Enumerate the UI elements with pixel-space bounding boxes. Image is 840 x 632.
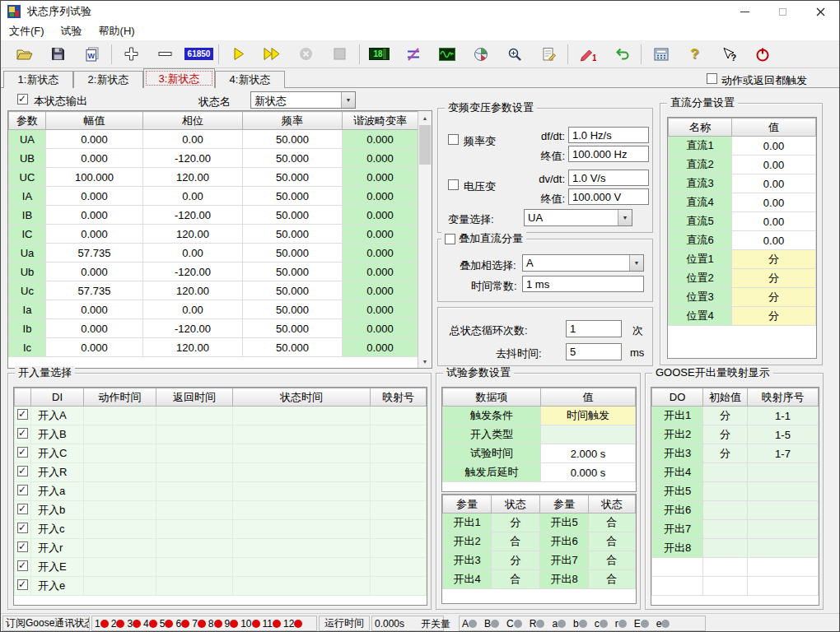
remove-state-button[interactable] xyxy=(148,43,182,66)
vertical-scrollbar[interactable]: ▲ ▼ xyxy=(418,111,432,368)
scrollbar-thumb[interactable] xyxy=(419,125,431,165)
waveform-button[interactable] xyxy=(430,43,464,66)
value-cell[interactable]: -120.00 xyxy=(143,206,243,225)
value-cell[interactable]: 0.000 xyxy=(46,130,143,149)
report-button[interactable] xyxy=(531,43,565,66)
di-checkbox[interactable] xyxy=(17,504,28,514)
context-help-button[interactable]: ? xyxy=(712,43,745,66)
open-button[interactable] xyxy=(7,43,41,66)
fast-run-button[interactable] xyxy=(255,43,289,66)
value-cell[interactable]: 0.000 xyxy=(46,300,143,319)
value-cell[interactable]: 0.000 xyxy=(46,319,143,338)
help-button[interactable]: ? xyxy=(678,43,712,66)
di-checkbox[interactable] xyxy=(17,428,28,439)
do-state-cell[interactable]: 合 xyxy=(492,570,540,589)
superpose-phase-combobox[interactable]: A ▼ xyxy=(522,254,644,272)
dc-value-cell[interactable]: 0.00 xyxy=(732,137,816,156)
di-checkbox[interactable] xyxy=(17,523,28,533)
dc-value-cell[interactable]: 0.00 xyxy=(732,231,816,250)
di-checkbox[interactable] xyxy=(17,560,28,571)
trigger-condition-value[interactable]: 时间触发 xyxy=(541,407,636,425)
harmonic-button[interactable] xyxy=(464,43,497,66)
value-cell[interactable]: 0.000 xyxy=(343,300,418,319)
position-value-cell[interactable]: 分 xyxy=(732,250,816,269)
dc-value-cell[interactable]: 0.00 xyxy=(732,174,816,193)
undo-button[interactable] xyxy=(604,43,638,66)
iec61850-button[interactable]: 61850 xyxy=(182,43,216,66)
value-cell[interactable]: 0.00 xyxy=(143,244,243,263)
value-cell[interactable]: 0.000 xyxy=(46,225,143,244)
dc-value-cell[interactable]: 0.00 xyxy=(732,212,816,231)
di-type-value[interactable] xyxy=(541,425,636,444)
value-cell[interactable]: 120.00 xyxy=(143,281,243,300)
value-cell[interactable]: -120.00 xyxy=(143,263,243,281)
value-cell[interactable]: 50.000 xyxy=(243,263,343,281)
do-state-cell[interactable]: 合 xyxy=(589,551,636,570)
chevron-down-icon[interactable]: ▼ xyxy=(618,210,632,225)
menu-test[interactable]: 试验 xyxy=(53,22,91,40)
di-checkbox[interactable] xyxy=(17,485,28,495)
variable-select-combobox[interactable]: UA ▼ xyxy=(524,209,632,226)
di-checkbox[interactable] xyxy=(17,447,28,458)
volt-change-checkbox[interactable] xyxy=(448,179,459,190)
value-cell[interactable]: 0.000 xyxy=(343,130,418,149)
trigger-on-both-checkbox[interactable] xyxy=(707,73,717,84)
value-cell[interactable]: 50.000 xyxy=(243,244,343,263)
value-cell[interactable]: 0.000 xyxy=(343,168,418,187)
value-cell[interactable]: 0.000 xyxy=(343,263,418,281)
value-cell[interactable]: 50.000 xyxy=(243,225,343,244)
value-cell[interactable]: 0.00 xyxy=(143,187,243,206)
start-button[interactable] xyxy=(222,43,255,66)
value-cell[interactable]: -120.00 xyxy=(143,149,243,168)
menu-file[interactable]: 文件(F) xyxy=(1,22,53,40)
value-cell[interactable]: 120.00 xyxy=(143,225,243,244)
value-cell[interactable]: 0.00 xyxy=(143,300,243,319)
calculator-button[interactable] xyxy=(644,43,678,66)
value-cell[interactable]: 50.000 xyxy=(243,319,343,338)
value-cell[interactable]: 0.000 xyxy=(343,338,418,357)
value-cell[interactable]: 0.000 xyxy=(46,338,143,357)
value-cell[interactable]: 120.00 xyxy=(143,338,243,357)
tab-state-2[interactable]: 2:新状态 xyxy=(73,71,143,88)
freq-end-input[interactable]: 100.000 Hz xyxy=(568,146,649,162)
save-button[interactable] xyxy=(41,43,75,66)
zoom-in-button[interactable] xyxy=(497,43,531,66)
di-checkbox[interactable] xyxy=(17,541,28,552)
state-output-checkbox[interactable] xyxy=(17,94,28,105)
value-cell[interactable]: 50.000 xyxy=(243,149,343,168)
do-state-cell[interactable]: 合 xyxy=(589,570,636,589)
value-cell[interactable]: 50.000 xyxy=(243,168,343,187)
value-cell[interactable]: 0.000 xyxy=(46,149,143,168)
position-value-cell[interactable]: 分 xyxy=(732,307,816,326)
value-cell[interactable]: 50.000 xyxy=(243,187,343,206)
menu-help[interactable]: 帮助(H) xyxy=(91,22,143,40)
value-cell[interactable]: 0.000 xyxy=(46,187,143,206)
chevron-down-icon[interactable]: ▼ xyxy=(629,255,643,271)
value-cell[interactable]: 0.000 xyxy=(343,244,418,263)
value-cell[interactable]: 50.000 xyxy=(243,130,343,149)
state-name-combobox[interactable]: 新状态 ▼ xyxy=(250,91,356,109)
trigger-delay-value[interactable]: 0.000 s xyxy=(541,463,636,482)
minimize-button[interactable] xyxy=(726,1,763,22)
test-time-value[interactable]: 2.000 s xyxy=(541,444,636,463)
tab-state-4[interactable]: 4:新状态 xyxy=(215,71,285,88)
value-cell[interactable]: 0.000 xyxy=(46,263,143,281)
loop-count-input[interactable]: 1 xyxy=(566,320,622,337)
dvdt-input[interactable]: 1.0 V/s xyxy=(568,170,649,186)
export-word-button[interactable]: W xyxy=(75,43,109,66)
value-cell[interactable]: 57.735 xyxy=(46,244,143,263)
dc-value-cell[interactable]: 0.00 xyxy=(732,156,816,174)
phasor-button[interactable] xyxy=(396,43,430,66)
tab-state-3-selected[interactable]: 3:新状态 xyxy=(143,68,215,88)
do-state-cell[interactable]: 合 xyxy=(589,532,636,551)
value-cell[interactable]: 50.000 xyxy=(243,206,343,225)
position-value-cell[interactable]: 分 xyxy=(732,269,816,288)
do-state-cell[interactable]: 合 xyxy=(492,532,540,551)
value-cell[interactable]: 50.000 xyxy=(243,338,343,357)
value-cell[interactable]: 50.000 xyxy=(243,300,343,319)
scroll-up-icon[interactable]: ▲ xyxy=(418,111,432,124)
value-cell[interactable]: 100.000 xyxy=(46,168,143,187)
freq-change-checkbox[interactable] xyxy=(448,134,459,145)
stop-button[interactable] xyxy=(323,43,357,66)
dc-superpose-checkbox[interactable] xyxy=(445,234,455,244)
